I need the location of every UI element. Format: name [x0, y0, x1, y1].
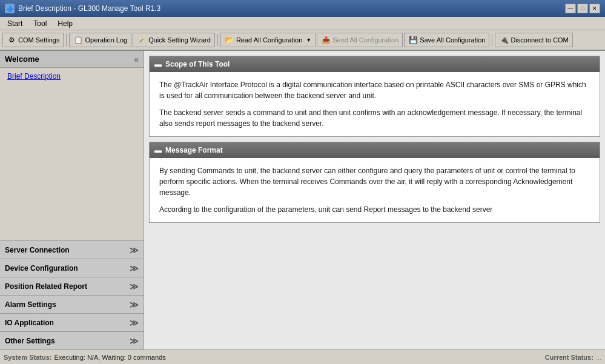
com-settings-icon: ⚙ — [7, 35, 16, 45]
sidebar-item-io-application[interactable]: IO Application ≫ — [0, 313, 144, 331]
position-related-report-chevron-icon: ≫ — [130, 282, 139, 291]
save-all-config-icon: 💾 — [408, 35, 418, 45]
brief-description-link[interactable]: Brief Description — [5, 70, 139, 82]
sidebar: Welcome « Brief Description Server Conne… — [0, 51, 144, 349]
menu-start[interactable]: Start — [2, 18, 27, 29]
sidebar-collapse-icon[interactable]: « — [134, 55, 139, 64]
title-bar-left: 🔷 Brief Description - GL300 Manage Tool … — [5, 4, 160, 13]
system-status-value: Executing: N/A, Waiting: 0 commands — [54, 354, 165, 361]
system-status-label: System Status: — [4, 354, 51, 361]
io-application-label: IO Application — [5, 319, 54, 327]
sidebar-item-alarm-settings[interactable]: Alarm Settings ≫ — [0, 295, 144, 313]
send-all-config-icon: 📤 — [321, 35, 331, 45]
operation-log-label: Operation Log — [85, 36, 127, 44]
main-layout: Welcome « Brief Description Server Conne… — [0, 51, 605, 349]
com-settings-button[interactable]: ⚙ COM Settings — [2, 33, 64, 47]
sidebar-item-device-configuration[interactable]: Device Configuration ≫ — [0, 259, 144, 277]
operation-log-button[interactable]: 📋 Operation Log — [69, 33, 131, 47]
message-format-panel-title: Message Format — [165, 146, 223, 154]
app-icon-symbol: 🔷 — [6, 5, 13, 12]
status-bar: System Status: Executing: N/A, Waiting: … — [0, 349, 605, 364]
com-settings-label: COM Settings — [18, 36, 59, 44]
save-all-config-label: Save All Configuration — [420, 36, 485, 44]
message-format-paragraph-1: By sending Commands to unit, the backend… — [159, 165, 590, 198]
other-settings-label: Other Settings — [5, 337, 55, 345]
read-all-config-icon: 📂 — [225, 35, 234, 45]
other-settings-chevron-icon: ≫ — [130, 336, 139, 346]
sidebar-welcome-header: Welcome « — [0, 51, 144, 68]
scope-panel-collapse-icon[interactable]: ▬ — [154, 60, 162, 68]
current-status-label: Current Status: — [545, 354, 593, 361]
position-related-report-label: Position Related Report — [5, 282, 87, 291]
server-connection-label: Server Connection — [5, 246, 70, 254]
quick-setting-wizard-button[interactable]: 🪄 Quick Setting Wizard — [133, 33, 215, 47]
maximize-button[interactable]: □ — [577, 4, 588, 13]
read-all-config-button[interactable]: 📂 Read All Configuration ▼ — [220, 33, 316, 47]
scope-panel-header: ▬ Scope of This Tool — [150, 56, 600, 72]
save-all-config-button[interactable]: 💾 Save All Configuration — [404, 33, 489, 47]
scope-paragraph-2: The backend server sends a command to un… — [159, 107, 590, 129]
operation-log-icon: 📋 — [73, 35, 83, 45]
close-button[interactable]: ✕ — [589, 4, 600, 13]
send-all-config-button[interactable]: 📤 Send All Configuration — [317, 33, 403, 47]
window-title: Brief Description - GL300 Manage Tool R1… — [18, 4, 160, 13]
scope-panel-title: Scope of This Tool — [165, 60, 230, 68]
message-format-panel: ▬ Message Format By sending Commands to … — [149, 142, 600, 223]
read-all-config-dropdown-arrow: ▼ — [306, 37, 311, 43]
menu-bar: Start Tool Help — [0, 17, 605, 30]
sidebar-item-server-connection[interactable]: Server Connection ≫ — [0, 240, 144, 259]
toolbar-separator-3 — [492, 34, 492, 46]
minimize-button[interactable]: — — [565, 4, 576, 13]
scope-paragraph-1: The @TrackAir Interface Protocol is a di… — [159, 79, 590, 101]
window-controls: — □ ✕ — [565, 4, 600, 13]
toolbar: ⚙ COM Settings 📋 Operation Log 🪄 Quick S… — [0, 30, 605, 51]
sidebar-content: Brief Description — [0, 68, 144, 157]
message-format-panel-collapse-icon[interactable]: ▬ — [154, 146, 162, 154]
sidebar-spacer — [0, 157, 144, 241]
alarm-settings-chevron-icon: ≫ — [130, 300, 139, 309]
quick-setting-wizard-icon: 🪄 — [137, 35, 147, 45]
device-configuration-label: Device Configuration — [5, 264, 78, 273]
message-format-paragraph-2: According to the configuration of the pa… — [159, 204, 590, 215]
title-bar: 🔷 Brief Description - GL300 Manage Tool … — [0, 0, 605, 17]
read-all-config-label: Read All Configuration — [236, 36, 302, 44]
menu-tool[interactable]: Tool — [28, 18, 51, 29]
send-all-config-label: Send All Configuration — [332, 36, 398, 44]
disconnect-com-button[interactable]: 🔌 Disconnect to COM — [495, 33, 572, 47]
menu-help[interactable]: Help — [53, 18, 78, 29]
device-configuration-chevron-icon: ≫ — [130, 263, 139, 273]
io-application-chevron-icon: ≫ — [130, 318, 139, 328]
scope-panel-body: The @TrackAir Interface Protocol is a di… — [150, 72, 600, 136]
sidebar-item-position-related-report[interactable]: Position Related Report ≫ — [0, 277, 144, 295]
server-connection-chevron-icon: ≫ — [130, 245, 139, 255]
disconnect-com-label: Disconnect to COM — [511, 36, 568, 44]
message-format-panel-header: ▬ Message Format — [150, 142, 600, 158]
disconnect-com-icon: 🔌 — [499, 35, 509, 45]
sidebar-welcome-title: Welcome — [5, 55, 39, 64]
status-dots: ... — [596, 354, 601, 361]
quick-setting-wizard-label: Quick Setting Wizard — [148, 36, 211, 44]
toolbar-separator-1 — [66, 34, 67, 46]
toolbar-separator-2 — [217, 34, 218, 46]
scope-panel: ▬ Scope of This Tool The @TrackAir Inter… — [149, 56, 600, 137]
alarm-settings-label: Alarm Settings — [5, 300, 56, 309]
app-icon: 🔷 — [5, 4, 15, 13]
content-area: ▬ Scope of This Tool The @TrackAir Inter… — [144, 51, 605, 349]
message-format-panel-body: By sending Commands to unit, the backend… — [150, 158, 600, 222]
sidebar-item-other-settings[interactable]: Other Settings ≫ — [0, 331, 144, 349]
